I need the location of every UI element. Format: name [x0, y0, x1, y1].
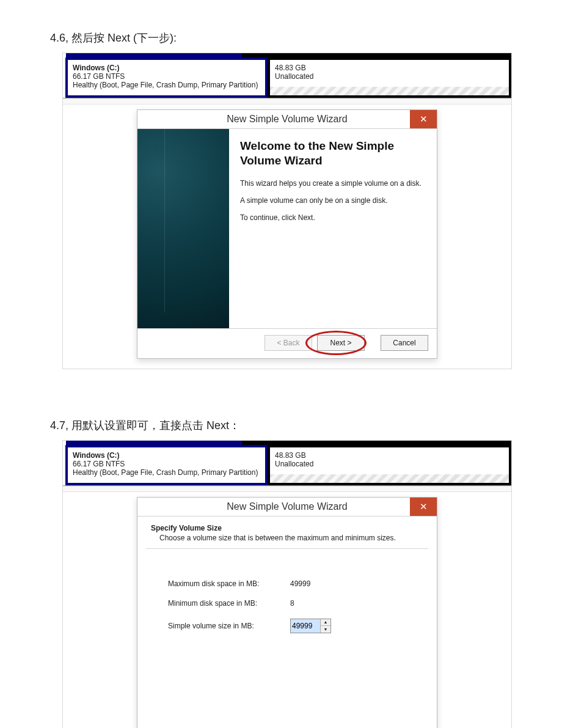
partition-unallocated: 48.83 GB Unallocated	[268, 57, 511, 98]
value-max: 49999	[290, 579, 339, 588]
volume-size-input[interactable]	[291, 619, 320, 633]
partition-c-size: 66.17 GB NTFS	[73, 72, 260, 81]
partition-c: Windows (C:) 66.17 GB NTFS Healthy (Boot…	[65, 57, 268, 98]
volume-size-spinner[interactable]: ▲ ▼	[290, 619, 331, 633]
wizard-dialog: New Simple Volume Wizard ✕ Welcome to th…	[137, 109, 437, 359]
spec-subheading: Choose a volume size that is between the…	[159, 534, 423, 542]
wizard-button-row: < Back Next > Cancel	[137, 328, 437, 358]
close-icon: ✕	[420, 114, 428, 125]
step-caption-46: 4.6, 然后按 Next (下一步):	[50, 31, 562, 45]
back-button: < Back	[265, 335, 312, 351]
row-min-space: Minimum disk space in MB: 8	[168, 599, 423, 608]
wizard-side-image	[137, 129, 229, 328]
step-caption-47: 4.7, 用默认设置即可，直接点击 Next：	[50, 418, 562, 433]
partition-unalloc-status: Unallocated	[275, 72, 504, 81]
cancel-button[interactable]: Cancel	[381, 335, 428, 351]
close-button[interactable]: ✕	[410, 110, 437, 128]
dialog-title: New Simple Volume Wizard	[227, 114, 347, 124]
partition-unalloc-status: Unallocated	[275, 460, 504, 468]
screenshot-47: Windows (C:) 66.17 GB NTFS Healthy (Boot…	[62, 440, 512, 729]
close-icon: ✕	[420, 501, 428, 512]
label-max: Maximum disk space in MB:	[168, 579, 290, 588]
dialog-titlebar[interactable]: New Simple Volume Wizard ✕	[137, 110, 437, 129]
row-volume-size: Simple volume size in MB: ▲ ▼	[168, 619, 423, 633]
partition-unalloc-size: 48.83 GB	[275, 451, 504, 460]
spec-heading: Specify Volume Size	[151, 524, 423, 532]
wizard-p2: A simple volume can only be on a single …	[240, 196, 426, 205]
label-size: Simple volume size in MB:	[168, 622, 290, 630]
partition-c-size: 66.17 GB NTFS	[73, 460, 260, 468]
partition-c-status: Healthy (Boot, Page File, Crash Dump, Pr…	[73, 81, 260, 89]
disk-map: Windows (C:) 66.17 GB NTFS Healthy (Boot…	[63, 445, 511, 486]
partition-c-title: Windows (C:)	[73, 64, 260, 72]
dialog-title: New Simple Volume Wizard	[227, 501, 347, 512]
value-min: 8	[290, 599, 339, 608]
wizard-p3: To continue, click Next.	[240, 213, 426, 222]
close-button[interactable]: ✕	[410, 498, 437, 516]
wizard-dialog: New Simple Volume Wizard ✕ Specify Volum…	[137, 497, 437, 729]
next-button[interactable]: Next >	[317, 335, 365, 351]
disk-map: Windows (C:) 66.17 GB NTFS Healthy (Boot…	[63, 57, 511, 98]
partition-c: Windows (C:) 66.17 GB NTFS Healthy (Boot…	[65, 445, 268, 485]
spinner-up-icon[interactable]: ▲	[321, 619, 330, 627]
label-min: Minimum disk space in MB:	[168, 599, 290, 608]
dialog-titlebar[interactable]: New Simple Volume Wizard ✕	[137, 498, 437, 517]
wizard-p1: This wizard helps you create a simple vo…	[240, 179, 426, 188]
row-max-space: Maximum disk space in MB: 49999	[168, 579, 423, 588]
partition-unalloc-size: 48.83 GB	[275, 64, 504, 72]
partition-unallocated: 48.83 GB Unallocated	[268, 445, 511, 485]
spinner-down-icon[interactable]: ▼	[321, 626, 330, 633]
partition-c-status: Healthy (Boot, Page File, Crash Dump, Pr…	[73, 468, 260, 477]
wizard-heading: Welcome to the New Simple Volume Wizard	[240, 139, 426, 168]
divider	[146, 548, 428, 549]
partition-c-title: Windows (C:)	[73, 451, 260, 460]
screenshot-46: Windows (C:) 66.17 GB NTFS Healthy (Boot…	[62, 53, 512, 369]
